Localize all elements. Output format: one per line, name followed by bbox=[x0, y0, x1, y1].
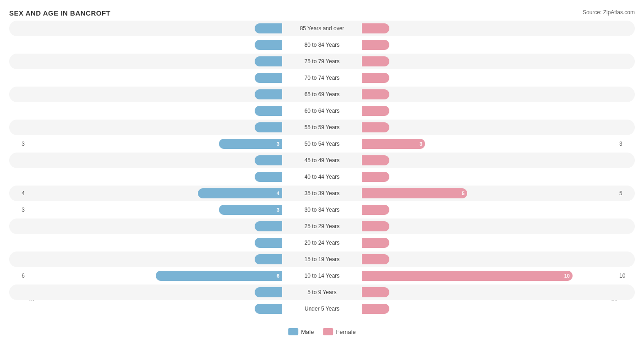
male-bar-wrap bbox=[27, 253, 283, 265]
male-bar: 3 bbox=[219, 205, 282, 215]
chart-title: SEX AND AGE IN BANCROFT bbox=[9, 9, 635, 17]
female-bar bbox=[362, 73, 389, 83]
female-bar bbox=[362, 40, 389, 50]
male-bar-wrap: 3 bbox=[27, 138, 283, 150]
legend-female-label: Female bbox=[336, 328, 355, 335]
age-label: 25 to 29 Years bbox=[283, 223, 361, 230]
age-label: 70 to 74 Years bbox=[283, 75, 361, 81]
female-bar-wrap bbox=[361, 303, 617, 315]
male-bar-wrap bbox=[27, 55, 283, 67]
female-bar-wrap bbox=[361, 204, 617, 216]
male-bar-wrap bbox=[27, 154, 283, 166]
female-bar-wrap bbox=[361, 22, 617, 34]
bars-center: 6 10 to 14 Years 10 bbox=[27, 268, 617, 284]
male-bar bbox=[255, 221, 282, 231]
male-value: 6 bbox=[9, 273, 27, 279]
male-bar-wrap: 4 bbox=[27, 187, 283, 199]
age-label: 15 to 19 Years bbox=[283, 256, 361, 262]
bars-center: 25 to 29 Years bbox=[27, 219, 617, 234]
male-bar bbox=[255, 172, 282, 182]
female-bar bbox=[362, 155, 389, 165]
bars-center: 60 to 64 Years bbox=[27, 103, 617, 119]
female-bar bbox=[362, 221, 389, 231]
chart-row: 3 3 50 to 54 Years 3 3 bbox=[9, 136, 635, 152]
female-bar-wrap bbox=[361, 171, 617, 183]
female-bar bbox=[362, 254, 389, 264]
chart-area: 85 Years and over 80 to 84 Years bbox=[9, 21, 635, 295]
male-bar bbox=[255, 287, 282, 297]
age-label: 40 to 44 Years bbox=[283, 174, 361, 180]
bars-center: 70 to 74 Years bbox=[27, 70, 617, 86]
male-bar bbox=[255, 304, 282, 314]
chart-row: 6 6 10 to 14 Years 10 10 bbox=[9, 268, 635, 284]
female-bar bbox=[362, 89, 389, 99]
female-bar bbox=[362, 205, 389, 215]
age-label: 80 to 84 Years bbox=[283, 42, 361, 48]
age-label: 20 to 24 Years bbox=[283, 240, 361, 246]
female-bar-wrap bbox=[361, 88, 617, 100]
chart-row: Under 5 Years bbox=[9, 301, 635, 317]
male-bar bbox=[255, 89, 282, 99]
female-bar-wrap bbox=[361, 55, 617, 67]
chart-row: 5 to 9 Years bbox=[9, 284, 635, 300]
male-bar bbox=[255, 73, 282, 83]
male-bar-wrap bbox=[27, 121, 283, 133]
male-bar bbox=[255, 40, 282, 50]
chart-row: 25 to 29 Years bbox=[9, 219, 635, 234]
bars-center: Under 5 Years bbox=[27, 301, 617, 317]
legend-male: Male bbox=[288, 328, 314, 335]
male-bar: 4 bbox=[198, 188, 282, 198]
bars-center: 65 to 69 Years bbox=[27, 87, 617, 102]
male-value: 4 bbox=[9, 190, 27, 197]
chart-row: 85 Years and over bbox=[9, 21, 635, 36]
bars-center: 55 to 59 Years bbox=[27, 120, 617, 135]
age-label: Under 5 Years bbox=[283, 306, 361, 312]
female-bar-wrap: 3 bbox=[361, 138, 617, 150]
male-bar-wrap bbox=[27, 220, 283, 232]
chart-row: 20 to 24 Years bbox=[9, 235, 635, 251]
legend-female-icon bbox=[323, 328, 333, 335]
male-bar-wrap bbox=[27, 105, 283, 117]
bars-center: 15 to 19 Years bbox=[27, 252, 617, 267]
female-bar bbox=[362, 304, 389, 314]
female-bar-wrap bbox=[361, 237, 617, 249]
legend-male-label: Male bbox=[301, 328, 314, 335]
legend-female: Female bbox=[323, 328, 355, 335]
bars-center: 20 to 24 Years bbox=[27, 235, 617, 251]
age-label: 55 to 59 Years bbox=[283, 124, 361, 131]
female-bar-wrap: 5 bbox=[361, 187, 617, 199]
chart-row: 40 to 44 Years bbox=[9, 169, 635, 185]
male-value: 3 bbox=[9, 207, 27, 213]
source-text: Source: ZipAtlas.com bbox=[583, 9, 635, 16]
bars-center: 3 50 to 54 Years 3 bbox=[27, 136, 617, 152]
male-bar bbox=[255, 155, 282, 165]
bars-center: 75 to 79 Years bbox=[27, 54, 617, 69]
female-bar: 5 bbox=[362, 188, 467, 198]
male-value: 3 bbox=[9, 141, 27, 147]
age-label: 10 to 14 Years bbox=[283, 273, 361, 279]
chart-row: 4 4 35 to 39 Years 5 5 bbox=[9, 186, 635, 201]
male-bar bbox=[255, 238, 282, 248]
bars-center: 5 to 9 Years bbox=[27, 284, 617, 300]
chart-row: 45 to 49 Years bbox=[9, 153, 635, 168]
male-bar-wrap bbox=[27, 171, 283, 183]
male-bar-wrap bbox=[27, 303, 283, 315]
bars-center: 45 to 49 Years bbox=[27, 153, 617, 168]
female-bar: 10 bbox=[362, 271, 573, 281]
female-bar bbox=[362, 106, 389, 116]
male-bar-wrap bbox=[27, 286, 283, 298]
male-bar bbox=[255, 56, 282, 66]
female-value: 10 bbox=[617, 273, 635, 279]
age-label: 30 to 34 Years bbox=[283, 207, 361, 213]
female-value: 3 bbox=[617, 141, 635, 147]
male-bar: 3 bbox=[219, 139, 282, 149]
female-bar-wrap bbox=[361, 39, 617, 51]
chart-row: 75 to 79 Years bbox=[9, 54, 635, 69]
female-bar-wrap bbox=[361, 72, 617, 84]
male-bar-wrap bbox=[27, 39, 283, 51]
male-bar bbox=[255, 106, 282, 116]
female-bar-wrap bbox=[361, 105, 617, 117]
male-bar-wrap: 6 bbox=[27, 270, 283, 282]
chart-container: SEX AND AGE IN BANCROFT Source: ZipAtlas… bbox=[0, 0, 644, 339]
age-label: 65 to 69 Years bbox=[283, 91, 361, 98]
